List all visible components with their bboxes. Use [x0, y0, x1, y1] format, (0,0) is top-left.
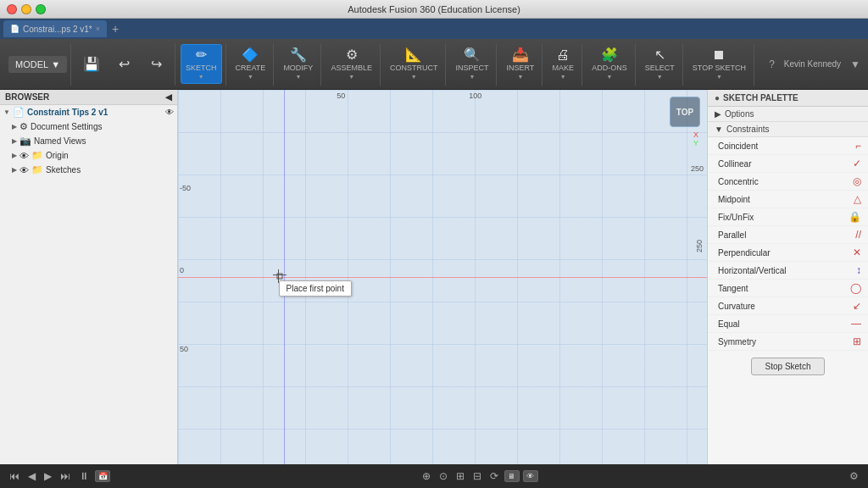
select-button[interactable]: ↖ SELECT ▼ — [641, 45, 679, 83]
browser-item-docsettings[interactable]: ▶ ⚙ Document Settings — [0, 119, 177, 134]
svg-rect-2 — [277, 274, 282, 279]
addons-section: 🧩 ADD-ONS ▼ — [584, 43, 636, 86]
grid-label-50top: -50 — [180, 184, 191, 192]
options-section-header[interactable]: ▶ Options — [708, 107, 868, 122]
browser-namedviews-label: Named Views — [34, 136, 86, 146]
view-label-text: TOP — [676, 108, 693, 117]
orbit-button[interactable]: ⟳ — [487, 469, 501, 484]
eye-icon: 👁 — [19, 151, 29, 161]
help-button[interactable]: ? — [766, 57, 777, 72]
display-mode-button[interactable]: ⊙ — [437, 469, 450, 484]
undo-button[interactable]: ↩ — [108, 54, 139, 75]
zoom-out-button[interactable]: ⊟ — [470, 469, 484, 484]
browser-item-origin[interactable]: ▶ 👁 📁 Origin — [0, 148, 177, 163]
collapse-icon: ▶ — [12, 137, 17, 145]
construct-section: 📐 CONSTRUCT ▼ — [382, 43, 447, 86]
views-icon: 📷 — [19, 136, 31, 147]
fixunfix-label: Fix/UnFix — [718, 213, 754, 222]
modify-arrow: ▼ — [295, 74, 301, 80]
browser-item-root[interactable]: ▼ 📄 Constraint Tips 2 v1 👁 — [0, 105, 177, 119]
new-tab-button[interactable]: + — [107, 22, 124, 36]
canvas-area[interactable]: -50 0 50 50 100 250 Place first point TO… — [178, 90, 707, 464]
view-options-button[interactable]: ⊕ — [420, 469, 433, 484]
active-tab[interactable]: 📄 Constrai...ps 2 v1* × — [3, 20, 107, 37]
view-orientation-label[interactable]: TOP — [670, 97, 700, 127]
assemble-button[interactable]: ⚙ ASSEMBLE ▼ — [326, 45, 376, 83]
stop-sketch-button[interactable]: Stop Sketch — [751, 358, 826, 375]
constraint-midpoint[interactable]: Midpoint △ — [708, 191, 868, 208]
create-arrow: ▼ — [248, 74, 253, 80]
folder-icon: 📁 — [31, 150, 43, 161]
inspect-button[interactable]: 🔍 INSPECT ▼ — [451, 45, 492, 83]
settings-button[interactable]: ⚙ — [847, 469, 861, 484]
maximize-window-button[interactable] — [36, 4, 46, 14]
constraint-collinear[interactable]: Collinear ✓ — [708, 155, 868, 173]
concentric-label: Concentric — [718, 177, 759, 186]
close-window-button[interactable] — [7, 4, 17, 14]
timeline-icon[interactable]: 📅 — [95, 470, 110, 482]
sketch-arrow: ▼ — [198, 74, 204, 80]
constraints-label: Constraints — [726, 125, 770, 134]
statusbar-right: ⚙ — [847, 469, 861, 484]
constraint-symmetry[interactable]: Symmetry ⊞ — [708, 333, 868, 351]
sketch-icon: ✏ — [196, 48, 207, 62]
constraint-fixunfix[interactable]: Fix/UnFix 🔒 — [708, 208, 868, 226]
select-section: ↖ SELECT ▼ — [637, 43, 683, 86]
window-title: Autodesk Fusion 360 (Education License) — [348, 4, 520, 14]
zoom-in-button[interactable]: ⊞ — [453, 469, 467, 484]
end-button[interactable]: ⏸ — [76, 469, 92, 484]
save-button[interactable]: 💾 — [76, 54, 107, 75]
rewind-button[interactable]: ⏮ — [7, 469, 22, 484]
insert-label: INSERT — [506, 64, 534, 72]
browser-collapse-button[interactable]: ◀ — [165, 92, 172, 102]
sketch-button[interactable]: ✏ SKETCH ▼ — [181, 44, 222, 84]
make-arrow: ▼ — [560, 74, 566, 80]
addons-button[interactable]: 🧩 ADD-ONS ▼ — [587, 45, 632, 83]
insert-button[interactable]: 📥 INSERT ▼ — [502, 45, 538, 83]
constraint-concentric[interactable]: Concentric ◎ — [708, 173, 868, 191]
undo-section: 💾 ↩ ↪ — [73, 43, 175, 86]
curvature-icon: ↙ — [853, 300, 861, 312]
next-button[interactable]: ⏭ — [58, 469, 73, 484]
constraint-equal[interactable]: Equal — — [708, 315, 868, 333]
model-label: MODEL — [15, 59, 48, 69]
sketch-palette-header: ● SKETCH PALETTE — [708, 90, 868, 107]
main-toolbar: MODEL ▼ 💾 ↩ ↪ ✏ SKETCH ▼ 🔷 CREATE ▼ 🔧 MO… — [0, 39, 868, 90]
make-section: 🖨 MAKE ▼ — [544, 43, 582, 86]
construct-button[interactable]: 📐 CONSTRUCT ▼ — [386, 45, 442, 83]
user-menu-button[interactable]: ▼ — [848, 57, 863, 72]
constraint-perpendicular[interactable]: Perpendicular ✕ — [708, 244, 868, 262]
browser-item-namedviews[interactable]: ▶ 📷 Named Views — [0, 134, 177, 148]
modify-button[interactable]: 🔧 MODIFY ▼ — [279, 45, 317, 83]
prev-button[interactable]: ◀ — [25, 469, 38, 484]
constraint-curvature[interactable]: Curvature ↙ — [708, 297, 868, 315]
model-dropdown[interactable]: MODEL ▼ — [8, 56, 67, 73]
tab-close-button[interactable]: × — [96, 25, 100, 33]
stop-sketch-toolbar-button[interactable]: ⏹ STOP SKETCH ▼ — [688, 45, 750, 83]
constraint-hvt[interactable]: Horizontal/Vertical ↕ — [708, 262, 868, 280]
canvas-tooltip: Place first point — [279, 280, 352, 297]
constraint-coincident[interactable]: Coincident ⌐ — [708, 137, 868, 155]
inspect-section: 🔍 INSPECT ▼ — [448, 43, 497, 86]
perpendicular-icon: ✕ — [853, 247, 861, 258]
create-button[interactable]: 🔷 CREATE ▼ — [231, 45, 270, 83]
browser-item-sketches[interactable]: ▶ 👁 📁 Sketches — [0, 163, 177, 177]
minimize-window-button[interactable] — [21, 4, 31, 14]
make-button[interactable]: 🖨 MAKE ▼ — [548, 45, 578, 83]
play-button[interactable]: ▶ — [42, 469, 54, 484]
select-arrow: ▼ — [657, 74, 663, 80]
collapse-icon: ▶ — [12, 152, 17, 159]
fixunfix-icon: 🔒 — [849, 211, 861, 223]
concentric-icon: ◎ — [853, 175, 861, 187]
constraints-section-header[interactable]: ▼ Constraints — [708, 122, 868, 137]
insert-icon: 📥 — [512, 48, 529, 62]
visual-settings-icon[interactable]: 👁 — [523, 470, 538, 482]
redo-button[interactable]: ↪ — [141, 54, 171, 75]
constraint-parallel[interactable]: Parallel // — [708, 226, 868, 244]
file-icon: 📄 — [13, 107, 25, 118]
make-icon: 🖨 — [556, 48, 570, 62]
constraint-tangent[interactable]: Tangent ◯ — [708, 280, 868, 297]
display-settings-icon[interactable]: 🖥 — [504, 470, 520, 482]
assemble-arrow: ▼ — [348, 74, 354, 80]
svg-rect-1 — [273, 274, 287, 275]
